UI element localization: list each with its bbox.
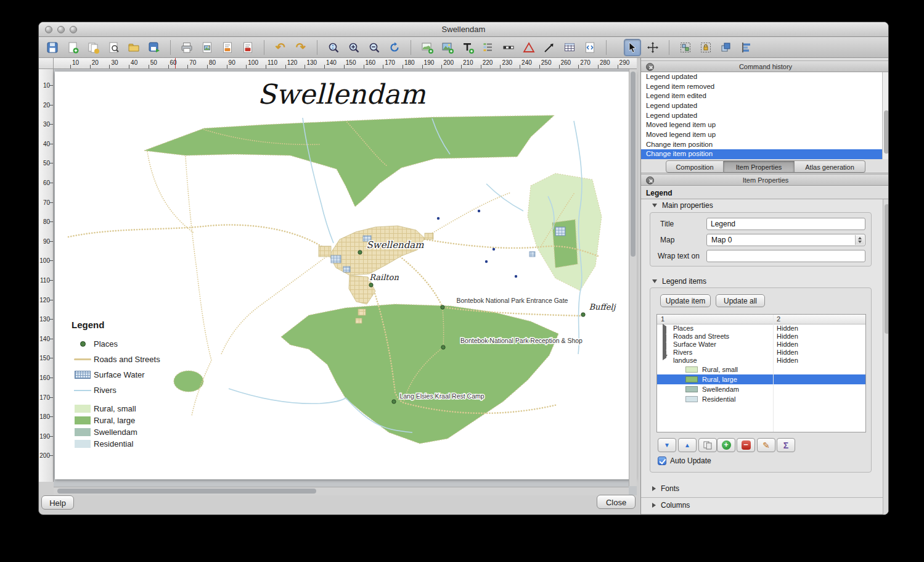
add-shape-icon[interactable] (520, 39, 538, 56)
command-history-scrollbar[interactable] (882, 72, 889, 159)
zoom-window-button[interactable] (70, 26, 77, 33)
close-panel-icon[interactable] (646, 63, 654, 71)
add-scalebar-icon[interactable] (500, 39, 517, 56)
refresh-icon[interactable] (386, 39, 403, 56)
ruler-label: 60 (39, 180, 50, 186)
move-content-icon[interactable] (644, 39, 661, 56)
ruler-tick (441, 65, 442, 68)
count-features-button[interactable]: Σ (777, 438, 795, 452)
legend-item[interactable]: Legend Places Roads and Streets Surface … (72, 320, 182, 450)
export-pdf-icon[interactable] (239, 39, 256, 56)
composition-manager-icon[interactable] (105, 39, 122, 56)
ruler-tick (344, 65, 345, 68)
duplicate-composition-icon[interactable] (84, 39, 102, 56)
select-move-item-icon[interactable] (624, 39, 641, 56)
group-items-icon[interactable] (677, 39, 694, 56)
tree-row-roads[interactable]: Roads and Streets Hidden (657, 333, 865, 341)
ruler-tick (461, 65, 462, 68)
zoom-out-icon[interactable] (366, 39, 383, 56)
tree-row-rivers[interactable]: Rivers Hidden (657, 349, 865, 357)
command-history-row[interactable]: Legend updated (641, 101, 882, 111)
composition-page[interactable]: Swellendam (55, 72, 636, 479)
move-item-up-button[interactable]: ▲ (678, 438, 697, 452)
command-history-row[interactable]: Legend updated (641, 111, 882, 121)
duplicate-item-button[interactable] (698, 438, 717, 452)
export-svg-icon[interactable] (219, 39, 236, 56)
open-folder-icon[interactable] (125, 39, 142, 56)
lock-items-icon[interactable] (697, 39, 714, 56)
legend-items-section[interactable]: Legend items (652, 277, 706, 286)
add-map-icon[interactable] (419, 39, 436, 56)
title-input[interactable] (706, 218, 865, 230)
move-item-down-button[interactable]: ▼ (658, 438, 676, 452)
main-properties-section[interactable]: Main properties (652, 201, 713, 210)
tree-row-landuse[interactable]: landuse Hidden (657, 357, 865, 365)
wrap-text-input[interactable] (706, 250, 865, 262)
print-icon[interactable] (178, 39, 195, 56)
map-select-value: Map 0 (711, 234, 732, 246)
ruler-label: 190 (39, 433, 50, 440)
raise-items-icon[interactable] (718, 39, 735, 56)
new-composition-icon[interactable] (64, 39, 81, 56)
undo-icon[interactable]: ↶ (272, 39, 289, 56)
ruler-tick (324, 65, 325, 68)
save-icon[interactable] (44, 39, 61, 56)
tab-composition[interactable]: Composition (666, 160, 724, 173)
urban-block (358, 309, 366, 315)
roads-symbol (74, 358, 91, 360)
tree-row-rural-small[interactable]: Rural, small (657, 365, 865, 374)
command-history-row[interactable]: Moved legend item up (641, 130, 882, 140)
legend-entry: Rural, small (72, 403, 182, 415)
help-button[interactable]: Help (41, 495, 74, 510)
properties-scrollbar[interactable] (883, 199, 889, 515)
add-table-icon[interactable] (561, 39, 578, 56)
command-history-row[interactable]: Legend item removed (641, 82, 882, 92)
add-html-icon[interactable] (581, 39, 599, 56)
tree-row-residential[interactable]: Residential (657, 394, 865, 404)
tree-row-surface-water[interactable]: Surface Water Hidden (657, 341, 865, 349)
align-items-icon[interactable] (738, 39, 755, 56)
command-history-row[interactable]: Moved legend item up (641, 120, 882, 130)
ruler-label: 160 (39, 374, 50, 381)
ruler-label: 110 (39, 277, 50, 284)
dam-marker (493, 248, 495, 250)
minimize-window-button[interactable] (57, 26, 65, 33)
traffic-lights (45, 26, 77, 33)
update-item-button[interactable]: Update item (660, 294, 711, 307)
tree-row-rural-large-selected[interactable]: Rural, large (657, 374, 865, 384)
swellendam-swatch (685, 386, 698, 392)
zoom-full-icon[interactable] (325, 39, 342, 56)
edit-item-button[interactable]: ✎ (757, 438, 775, 452)
close-button[interactable]: Close (597, 495, 636, 509)
tree-row-places[interactable]: Places Hidden (657, 324, 865, 333)
close-window-button[interactable] (45, 26, 52, 33)
export-image-icon[interactable] (198, 39, 216, 56)
add-arrow-icon[interactable] (541, 39, 558, 56)
save-template-icon[interactable] (145, 39, 163, 56)
tree-row-swellendam[interactable]: Swellendam (657, 384, 865, 394)
auto-update-checkbox[interactable] (658, 457, 666, 465)
ruler-label: 250 (541, 59, 552, 66)
command-history-row-selected[interactable]: Change item position (641, 149, 882, 159)
redo-icon[interactable]: ↷ (292, 39, 309, 56)
map-select[interactable]: Map 0 (706, 234, 865, 246)
add-legend-icon[interactable] (480, 39, 497, 56)
canvas-horizontal-scrollbar[interactable] (54, 487, 629, 495)
update-all-button[interactable]: Update all (716, 294, 765, 307)
zoom-in-icon[interactable] (345, 39, 362, 56)
tab-item-properties[interactable]: Item Properties (724, 160, 795, 173)
add-image-icon[interactable] (439, 39, 456, 56)
add-item-button[interactable]: + (717, 438, 735, 452)
add-label-icon[interactable] (459, 39, 476, 56)
columns-section[interactable]: Columns (652, 501, 690, 510)
command-history-row[interactable]: Legend item edited (641, 91, 882, 101)
fonts-section[interactable]: Fonts (652, 484, 679, 493)
canvas-vertical-scrollbar[interactable] (629, 69, 637, 486)
tab-atlas-generation[interactable]: Atlas generation (795, 160, 865, 173)
command-history-row[interactable]: Legend updated (641, 72, 882, 82)
command-history-row[interactable]: Change item position (641, 140, 882, 150)
close-panel-icon[interactable] (646, 176, 654, 184)
remove-item-button[interactable]: − (737, 438, 755, 452)
ruler-tick (227, 65, 227, 68)
tree-column-1: 1 (661, 315, 664, 323)
